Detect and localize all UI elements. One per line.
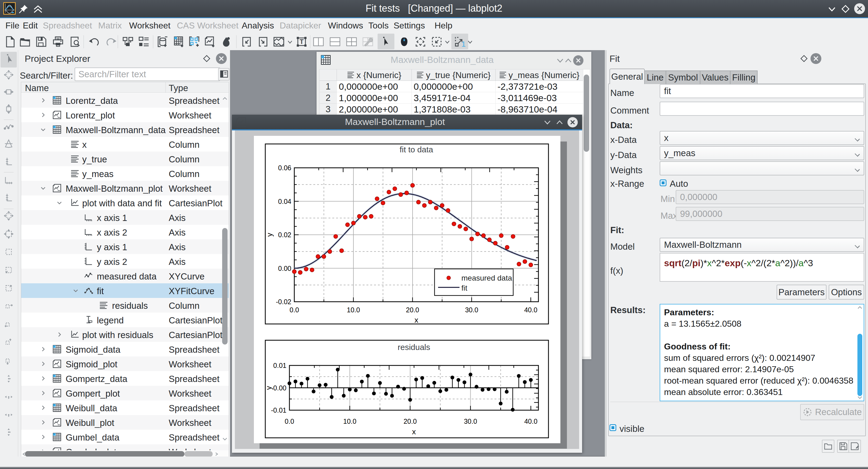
svg-text:30.0: 30.0 xyxy=(464,417,477,425)
svg-text:measured data: measured data xyxy=(461,274,512,282)
svg-text:0.00: 0.00 xyxy=(273,384,286,392)
svg-text:10.0: 10.0 xyxy=(347,306,360,314)
svg-text:40.0: 40.0 xyxy=(524,417,538,425)
svg-text:0.04: 0.04 xyxy=(278,198,291,205)
svg-text:fit: fit xyxy=(461,284,467,292)
svg-text:y: y xyxy=(265,386,273,390)
svg-text:x: x xyxy=(414,316,418,324)
svg-text:0.0: 0.0 xyxy=(285,417,294,425)
svg-text:0.0: 0.0 xyxy=(290,306,299,314)
svg-text:fit to data: fit to data xyxy=(400,145,433,154)
svg-text:0.06: 0.06 xyxy=(278,164,291,172)
svg-text:0.00: 0.00 xyxy=(278,265,291,272)
svg-text:20.0: 20.0 xyxy=(404,417,417,425)
svg-text:40.0: 40.0 xyxy=(524,306,537,314)
svg-text:1: 1 xyxy=(461,40,466,48)
svg-text:y: y xyxy=(265,233,274,237)
svg-text:20.0: 20.0 xyxy=(406,306,420,314)
svg-text:T: T xyxy=(300,38,304,45)
svg-text:-0.02: -0.02 xyxy=(276,298,291,305)
svg-text:residuals: residuals xyxy=(398,343,430,351)
svg-text:-0.01: -0.01 xyxy=(271,406,286,414)
svg-text:0.01: 0.01 xyxy=(273,362,286,369)
svg-text:x: x xyxy=(412,428,416,436)
svg-text:30.0: 30.0 xyxy=(465,306,478,314)
svg-text:0.02: 0.02 xyxy=(278,231,291,239)
svg-text:10.0: 10.0 xyxy=(343,417,356,425)
